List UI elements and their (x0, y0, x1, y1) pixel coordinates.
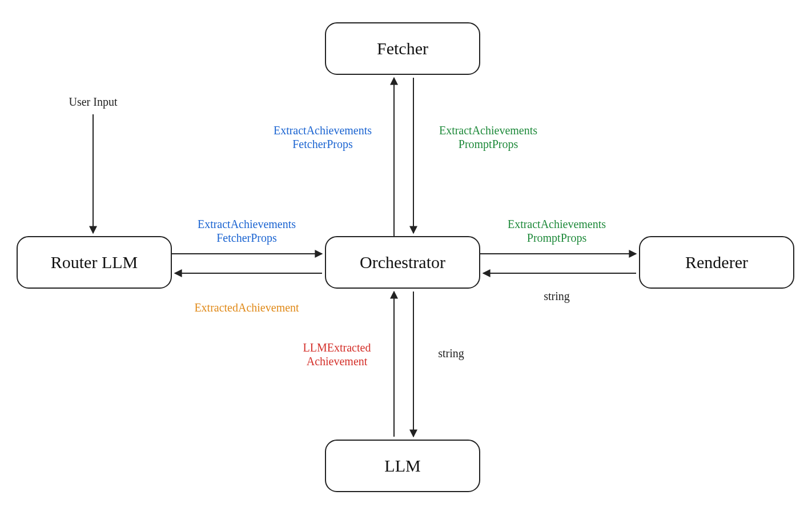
edge-router-to-orch-label-2: FetcherProps (216, 231, 277, 245)
edge-renderer-to-orch-label: string (544, 290, 570, 303)
user-input-label: User Input (69, 95, 118, 109)
node-fetcher-label: Fetcher (377, 39, 428, 58)
node-llm-label: LLM (384, 456, 420, 475)
edge-orch-to-renderer-label-2: PromptProps (527, 231, 587, 245)
node-renderer-label: Renderer (685, 253, 748, 272)
edge-orch-to-router-label: ExtractedAchievement (194, 301, 299, 314)
edge-llm-to-orch-label-2: Achievement (307, 355, 368, 368)
edge-llm-to-orch-label-1: LLMExtracted (303, 341, 371, 354)
edge-orch-to-fetcher-label-2: FetcherProps (292, 138, 353, 151)
node-orchestrator-label: Orchestrator (360, 253, 445, 272)
edge-fetcher-to-orch-label-2: PromptProps (459, 138, 518, 151)
edge-fetcher-to-orch-label-1: ExtractAchievements (439, 124, 537, 137)
edge-orch-to-llm-label: string (438, 347, 464, 360)
edge-orch-to-renderer-label-1: ExtractAchievements (508, 218, 606, 230)
edge-orch-to-fetcher-label-1: ExtractAchievements (274, 124, 372, 137)
node-router-llm-label: Router LLM (51, 253, 138, 272)
edge-router-to-orch-label-1: ExtractAchievements (198, 218, 296, 230)
